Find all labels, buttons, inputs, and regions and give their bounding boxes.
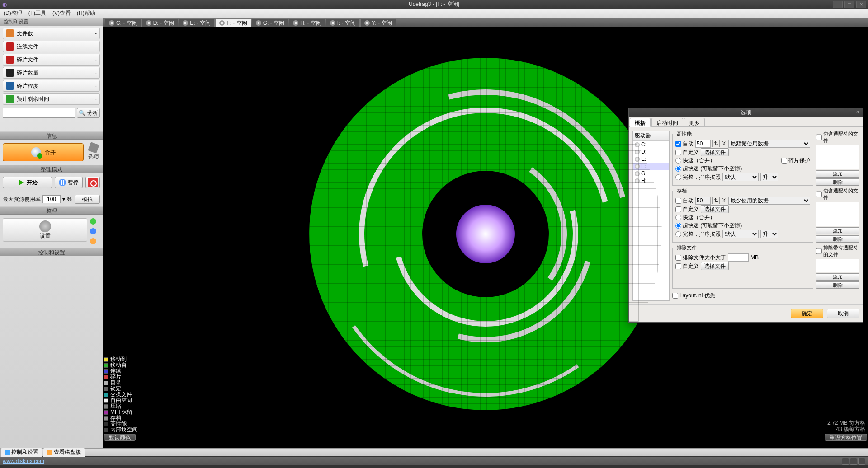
start-button[interactable]: 开始: [3, 177, 52, 188]
stat-icon: [6, 29, 14, 37]
status-icon-2[interactable]: [850, 458, 857, 465]
resource-input[interactable]: [42, 195, 61, 203]
add-include-button-2[interactable]: 添加: [816, 227, 859, 234]
ok-button[interactable]: 确定: [791, 309, 823, 318]
pause-button[interactable]: 暂停: [55, 177, 83, 188]
choose-file-1[interactable]: 选择文件: [701, 148, 729, 156]
drive-tab-2[interactable]: E: - 空闲: [179, 18, 215, 27]
full-dir[interactable]: 升: [760, 173, 778, 181]
wildcard-include-check[interactable]: 包含通配符的文件: [816, 131, 859, 144]
stat-row-3[interactable]: 碎片数量-: [3, 67, 100, 79]
reset-grid-button[interactable]: 重设方格位置: [825, 434, 867, 441]
cancel-button[interactable]: 取消: [827, 309, 859, 318]
drive-tab-4[interactable]: G: - 空闲: [252, 18, 288, 27]
exclude-custom-check[interactable]: 自定义: [675, 262, 699, 270]
disk-icon: [109, 20, 114, 26]
arc-full-sort[interactable]: 默认: [722, 230, 759, 238]
minimize-button[interactable]: —: [833, 1, 843, 8]
arc-full-dir[interactable]: 升: [760, 230, 778, 238]
status-icon-3[interactable]: [858, 458, 865, 465]
maximize-button[interactable]: □: [844, 1, 854, 8]
wildcard-exclude-list[interactable]: [816, 259, 859, 272]
menu-bar: (D)整理 (T)工具 (V)查看 (H)帮助: [0, 9, 868, 18]
drive-tab-6[interactable]: I: - 空闲: [326, 18, 360, 27]
bottom-tab-clusters[interactable]: 查看磁盘簇: [43, 448, 85, 457]
drive-tab-3[interactable]: F: - 空闲: [215, 18, 251, 27]
frag-protect-check[interactable]: 碎片保护: [781, 157, 810, 164]
wildcard-exclude-check[interactable]: 排除带有通配符的文件: [816, 244, 859, 258]
arc-auto-check[interactable]: 自动: [675, 197, 693, 205]
del-include-button[interactable]: 删除: [816, 178, 859, 186]
status-icon-1[interactable]: [842, 458, 849, 465]
menu-tools[interactable]: (T)工具: [28, 9, 46, 17]
options-button[interactable]: 选项: [87, 143, 100, 161]
auto-value[interactable]: [695, 140, 711, 148]
stat-row-2[interactable]: 碎片文件-: [3, 54, 100, 66]
exclude-size-check[interactable]: 排除文件大小大于: [675, 254, 726, 262]
disk-icon: [330, 20, 335, 26]
superfast-radio[interactable]: 超快速 (可能留下小空隙): [675, 165, 742, 173]
choose-file-3[interactable]: 选择文件: [701, 262, 729, 270]
stat-icon: [6, 95, 14, 103]
legend-swatch: [104, 398, 108, 403]
drive-tab-5[interactable]: H: - 空闲: [289, 18, 326, 27]
layout-check[interactable]: Layout.ini 优先: [672, 292, 715, 300]
custom-check[interactable]: 自定义: [675, 149, 699, 156]
auto-sort[interactable]: 最频繁使用数据: [728, 140, 810, 148]
merge-button[interactable]: 合并: [3, 143, 84, 161]
tab-startup[interactable]: 启动时间: [651, 118, 683, 126]
stat-row-4[interactable]: 碎片程度-: [3, 80, 100, 92]
wildcard-include-list[interactable]: [816, 145, 859, 169]
stat-row-5[interactable]: 预计剩余时间-: [3, 93, 100, 105]
status-link[interactable]: www.disktrix.com: [3, 458, 44, 464]
drive-tab-0[interactable]: C: - 空闲: [105, 18, 142, 27]
del-include-button-2[interactable]: 删除: [816, 235, 859, 243]
stat-row-0[interactable]: 文件数-: [3, 28, 100, 39]
dialog-close-icon[interactable]: ×: [854, 109, 861, 116]
add-exclude-button[interactable]: 添加: [816, 273, 859, 281]
menu-view[interactable]: (V)查看: [52, 9, 71, 17]
legend-swatch: [104, 422, 108, 426]
full-radio[interactable]: 完整，排序按照: [675, 173, 721, 181]
arc-sort[interactable]: 最少使用的数据: [728, 197, 810, 205]
tab-more[interactable]: 更多: [684, 118, 705, 126]
refresh-icon[interactable]: [90, 218, 96, 225]
default-colors-button[interactable]: 默认颜色: [104, 434, 136, 441]
search-input[interactable]: [3, 108, 75, 118]
choose-file-2[interactable]: 选择文件: [701, 205, 729, 213]
disk-map[interactable]: [309, 58, 662, 410]
dialog-title[interactable]: 选项×: [629, 108, 863, 117]
wildcard-include-list-2[interactable]: [816, 202, 859, 226]
arc-custom-check[interactable]: 自定义: [675, 206, 699, 213]
control-icon: [5, 450, 10, 455]
menu-arrange[interactable]: (D)整理: [4, 9, 22, 17]
help-icon[interactable]: [90, 238, 96, 244]
stat-row-1[interactable]: 连续文件-: [3, 41, 100, 52]
menu-help[interactable]: (H)帮助: [77, 9, 95, 17]
full-sort[interactable]: 默认: [722, 173, 759, 181]
simulate-button[interactable]: 模拟: [75, 195, 100, 204]
settings-button[interactable]: 设置: [3, 218, 87, 242]
stat-value: -: [95, 70, 97, 76]
tab-general[interactable]: 概括: [630, 118, 651, 127]
close-button[interactable]: ×: [856, 1, 866, 8]
drive-tab-1[interactable]: D: - 空闲: [142, 18, 179, 27]
control-header: 控制和设置: [0, 248, 103, 256]
exclude-size-input[interactable]: [728, 253, 749, 262]
analyze-button[interactable]: 🔍 分析: [77, 108, 100, 118]
archive-group: 存档 自动⇅%最少使用的数据 自定义选择文件 快速（合并） 超快速 (可能留下小…: [672, 187, 813, 243]
stop-button[interactable]: [85, 177, 100, 188]
stat-value: -: [95, 56, 97, 63]
arc-superfast-radio[interactable]: 超快速 (可能留下小空隙): [675, 222, 742, 229]
drive-tab-7[interactable]: Y: - 空闲: [360, 18, 396, 27]
bottom-tab-control[interactable]: 控制和设置: [0, 448, 42, 457]
fast-radio[interactable]: 快速（合并）: [675, 157, 715, 164]
info-icon[interactable]: [90, 228, 96, 234]
auto-check[interactable]: 自动: [675, 140, 693, 148]
wildcard-include-check-2[interactable]: 包含通配符的文件: [816, 187, 859, 201]
add-include-button[interactable]: 添加: [816, 170, 859, 178]
del-exclude-button[interactable]: 删除: [816, 281, 859, 289]
arc-fast-radio[interactable]: 快速（合并）: [675, 214, 715, 221]
arc-full-radio[interactable]: 完整，排序按照: [675, 230, 721, 238]
arc-auto-value[interactable]: [695, 197, 711, 205]
